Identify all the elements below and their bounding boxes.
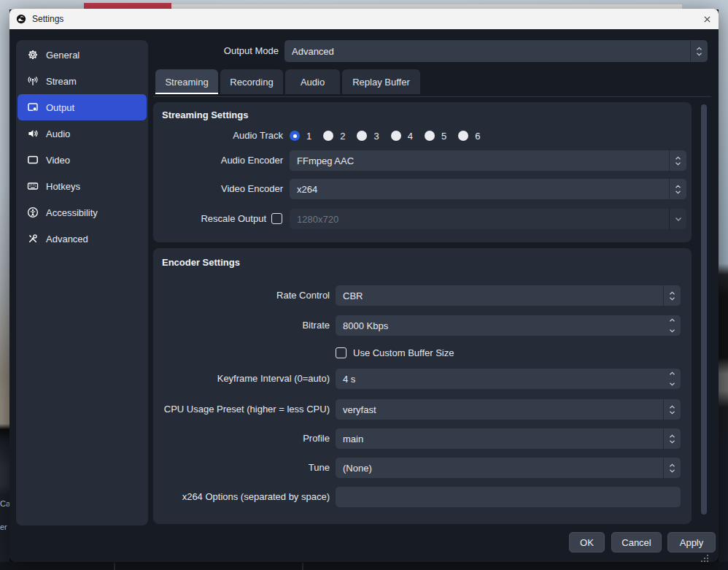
cpu-usage-preset-value: veryfast	[336, 399, 663, 420]
backdrop-clipped-text: er	[0, 523, 9, 532]
tab-recording[interactable]: Recording	[220, 69, 283, 94]
tune-label: Tune	[153, 458, 330, 478]
x264-options-input[interactable]	[336, 487, 681, 507]
custom-buffer-checkbox[interactable]	[336, 347, 346, 358]
audio-encoder-select[interactable]: FFmpeg AAC	[290, 150, 686, 171]
sidebar-item-hotkeys[interactable]: Hotkeys	[18, 173, 147, 199]
sidebar-item-output[interactable]: Output	[18, 94, 147, 120]
chevron-up-down-icon	[663, 428, 681, 449]
tab-audio[interactable]: Audio	[285, 69, 340, 94]
tabs-divider	[153, 96, 711, 97]
tab-label: Streaming	[165, 77, 208, 88]
sidebar-item-stream[interactable]: Stream	[18, 68, 147, 94]
tune-select[interactable]: (None)	[336, 458, 681, 478]
output-icon	[27, 101, 39, 113]
profile-label: Profile	[153, 428, 330, 449]
output-mode-label: Output Mode	[119, 40, 279, 62]
sidebar-item-advanced[interactable]: Advanced	[18, 226, 147, 252]
audio-encoder-label: Audio Encoder	[153, 150, 283, 171]
ok-button[interactable]: OK	[569, 532, 605, 552]
sidebar-item-audio[interactable]: Audio	[18, 120, 147, 147]
obs-logo-icon	[16, 14, 26, 24]
encoder-settings-group: Encoder Settings Rate Control CBR Bitrat…	[153, 248, 692, 524]
radio-track-2[interactable]	[323, 131, 333, 141]
audio-track-label: Audio Track	[153, 126, 283, 146]
radio-track-6[interactable]	[458, 131, 468, 141]
section-title: Streaming Settings	[162, 109, 248, 120]
keyframe-interval-label: Keyframe Interval (0=auto)	[153, 369, 330, 389]
rescale-resolution-value: 1280x720	[290, 209, 669, 229]
spinner-arrows-icon	[664, 315, 681, 336]
output-mode-select[interactable]: Advanced	[284, 40, 708, 62]
close-button[interactable]	[699, 12, 715, 26]
chevron-up-down-icon	[690, 40, 708, 62]
monitor-icon	[27, 154, 39, 166]
tune-value: (None)	[336, 458, 663, 478]
section-title: Encoder Settings	[162, 257, 240, 268]
sidebar-item-label: Advanced	[46, 234, 88, 244]
radio-label: 4	[408, 131, 413, 142]
apply-button[interactable]: Apply	[667, 532, 716, 552]
rescale-output-checkbox[interactable]	[271, 213, 282, 224]
rescale-output-label: Rescale Output	[153, 209, 266, 229]
tools-icon	[27, 233, 39, 244]
close-icon	[703, 15, 711, 23]
backdrop-divider	[114, 563, 115, 570]
speaker-icon	[27, 128, 39, 139]
cpu-usage-preset-select[interactable]: veryfast	[336, 399, 681, 420]
radio-label: 1	[306, 131, 311, 142]
x264-options-label: x264 Options (separated by space)	[153, 487, 330, 507]
sidebar-item-label: Hotkeys	[46, 181, 80, 192]
radio-track-4[interactable]	[391, 131, 401, 141]
screen: Ca er Settings	[0, 0, 728, 570]
cancel-button[interactable]: Cancel	[611, 532, 662, 552]
bitrate-spinbox[interactable]: 8000 Kbps	[336, 315, 681, 336]
custom-buffer-label: Use Custom Buffer Size	[353, 343, 454, 363]
tab-label: Replay Buffer	[352, 77, 410, 88]
rate-control-label: Rate Control	[153, 285, 330, 306]
scrollbar-thumb[interactable]	[701, 104, 707, 515]
radio-track-3[interactable]	[357, 131, 367, 141]
tab-label: Audio	[301, 77, 325, 88]
video-encoder-select[interactable]: x264	[290, 179, 686, 199]
tab-streaming[interactable]: Streaming	[155, 69, 218, 94]
backdrop-right-edge	[719, 9, 728, 562]
tab-replay-buffer[interactable]: Replay Buffer	[342, 69, 420, 94]
chevron-up-down-icon	[663, 458, 681, 478]
rate-control-select[interactable]: CBR	[336, 285, 681, 306]
sidebar-item-label: Accessibility	[46, 207, 98, 218]
radio-track-1[interactable]	[290, 131, 300, 141]
chevron-up-down-icon	[663, 285, 681, 306]
chevron-down-icon	[669, 209, 686, 229]
radio-label: 3	[373, 131, 379, 142]
rate-control-value: CBR	[336, 285, 663, 306]
audio-encoder-value: FFmpeg AAC	[290, 150, 669, 171]
sidebar-item-label: Video	[46, 155, 70, 166]
backdrop-bottom-edge	[0, 562, 728, 570]
sidebar-item-label: Audio	[46, 128, 70, 139]
sidebar-item-accessibility[interactable]: Accessibility	[18, 199, 147, 226]
sidebar-item-video[interactable]: Video	[18, 147, 147, 173]
bitrate-value: 8000 Kbps	[336, 315, 664, 336]
settings-sidebar: General Stream Output	[16, 40, 148, 525]
title-bar[interactable]: Settings	[9, 9, 719, 29]
keyframe-interval-spinbox[interactable]: 4 s	[336, 369, 681, 389]
profile-select[interactable]: main	[336, 428, 681, 449]
audio-track-radio-group: 1 2 3 4 5 6	[290, 126, 485, 146]
broadcast-icon	[27, 75, 39, 87]
keyboard-icon	[27, 180, 39, 192]
bitrate-label: Bitrate	[153, 315, 330, 336]
resize-grip[interactable]	[698, 552, 710, 563]
streaming-settings-group: Streaming Settings Audio Track 1 2 3 4 5…	[153, 102, 692, 242]
radio-label: 5	[441, 131, 446, 142]
spinner-arrows-icon	[664, 369, 681, 389]
chevron-up-down-icon	[663, 399, 681, 420]
radio-label: 2	[340, 131, 345, 142]
backdrop-left-edge	[0, 9, 9, 562]
cpu-usage-preset-label: CPU Usage Preset (higher = less CPU)	[153, 399, 330, 420]
tab-label: Recording	[230, 77, 273, 88]
radio-track-5[interactable]	[425, 131, 435, 141]
sidebar-item-label: General	[46, 50, 80, 61]
rescale-resolution-select[interactable]: 1280x720	[290, 209, 686, 229]
sidebar-item-label: Stream	[46, 76, 77, 87]
